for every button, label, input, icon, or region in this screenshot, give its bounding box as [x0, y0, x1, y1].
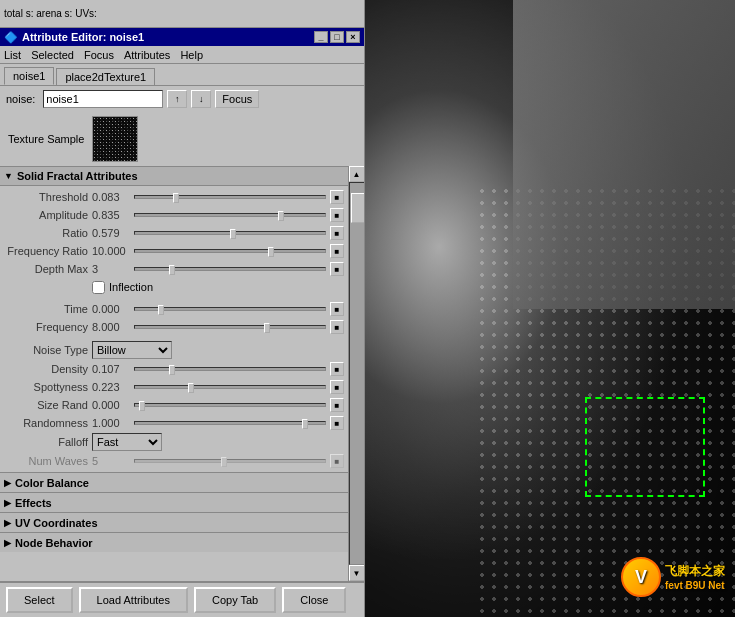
select-button[interactable]: Select	[6, 587, 73, 613]
randomness-slider[interactable]	[134, 421, 326, 425]
texture-row: Texture Sample	[0, 112, 364, 166]
inflection-label: Inflection	[109, 281, 153, 293]
menu-focus[interactable]: Focus	[84, 49, 114, 61]
density-label: Density	[4, 363, 92, 375]
scroll-down-button[interactable]: ▼	[349, 565, 365, 581]
ratio-label: Ratio	[4, 227, 92, 239]
tab-place2d[interactable]: place2dTexture1	[56, 68, 155, 85]
noise-label: noise:	[6, 93, 35, 105]
menu-selected[interactable]: Selected	[31, 49, 74, 61]
depth-max-mini-btn[interactable]: ■	[330, 262, 344, 276]
scrollable-area: ▼ Solid Fractal Attributes Threshold 0.0…	[0, 166, 364, 581]
frequency-ratio-mini-btn[interactable]: ■	[330, 244, 344, 258]
new-icon-button[interactable]: ↓	[191, 90, 211, 108]
solid-fractal-section: ▼ Solid Fractal Attributes Threshold 0.0…	[0, 166, 348, 472]
size-rand-slider[interactable]	[134, 403, 326, 407]
frequency-label: Frequency	[4, 321, 92, 333]
randomness-mini-btn[interactable]: ■	[330, 416, 344, 430]
spottyness-label: Spottyness	[4, 381, 92, 393]
solid-fractal-arrow[interactable]: ▼	[4, 171, 13, 181]
maximize-button[interactable]: □	[330, 31, 344, 43]
frequency-ratio-slider[interactable]	[134, 249, 326, 253]
spottyness-slider[interactable]	[134, 385, 326, 389]
load-attributes-button[interactable]: Load Attributes	[79, 587, 188, 613]
top-strip: total s: arena s: UVs:	[0, 0, 364, 28]
menu-list[interactable]: List	[4, 49, 21, 61]
noise-type-select[interactable]: Billow Perlin Wave	[92, 341, 172, 359]
num-waves-mini-btn: ■	[330, 454, 344, 468]
close-button[interactable]: ×	[346, 31, 360, 43]
noise-row: noise: ↑ ↓ Focus	[0, 86, 364, 112]
depth-max-slider[interactable]	[134, 267, 326, 271]
effects-section[interactable]: ▶ Effects	[0, 492, 348, 512]
minimize-button[interactable]: _	[314, 31, 328, 43]
density-slider[interactable]	[134, 367, 326, 371]
amplitude-slider[interactable]	[134, 213, 326, 217]
copy-tab-button[interactable]: Copy Tab	[194, 587, 276, 613]
ratio-mini-btn[interactable]: ■	[330, 226, 344, 240]
scrollbar[interactable]: ▲ ▼	[348, 166, 364, 581]
watermark-line2: fevt B9U Net	[665, 580, 725, 591]
scroll-track[interactable]	[349, 182, 365, 565]
amplitude-mini-btn[interactable]: ■	[330, 208, 344, 222]
uv-coordinates-section[interactable]: ▶ UV Coordinates	[0, 512, 348, 532]
menu-bar: List Selected Focus Attributes Help	[0, 46, 364, 64]
color-balance-arrow: ▶	[4, 478, 11, 488]
node-behavior-section[interactable]: ▶ Node Behavior	[0, 532, 348, 552]
threshold-label: Threshold	[4, 191, 92, 203]
scroll-thumb[interactable]	[351, 193, 365, 223]
effects-arrow: ▶	[4, 498, 11, 508]
load-icon-button[interactable]: ↑	[167, 90, 187, 108]
frequency-ratio-row: Frequency Ratio 10.000 ■	[0, 242, 348, 260]
falloff-select[interactable]: Fast Linear Smooth	[92, 433, 162, 451]
size-rand-value: 0.000	[92, 399, 132, 411]
depth-max-row: Depth Max 3 ■	[0, 260, 348, 278]
frequency-ratio-label: Frequency Ratio	[4, 245, 92, 257]
randomness-value: 1.000	[92, 417, 132, 429]
depth-max-value: 3	[92, 263, 132, 275]
depth-max-label: Depth Max	[4, 263, 92, 275]
noise-input[interactable]	[43, 90, 163, 108]
uv-label: UV Coordinates	[15, 517, 98, 529]
uvs-label: UVs:	[75, 8, 97, 19]
ratio-row: Ratio 0.579 ■	[0, 224, 348, 242]
frequency-mini-btn[interactable]: ■	[330, 320, 344, 334]
time-label: Time	[4, 303, 92, 315]
arena-s-label: arena s:	[36, 8, 72, 19]
scroll-up-button[interactable]: ▲	[349, 166, 365, 182]
menu-attributes[interactable]: Attributes	[124, 49, 170, 61]
tab-noise1[interactable]: noise1	[4, 67, 54, 85]
amplitude-value: 0.835	[92, 209, 132, 221]
title-bar-text: Attribute Editor: noise1	[22, 31, 314, 43]
inflection-checkbox[interactable]	[92, 281, 105, 294]
watermark: V 飞脚本之家 fevt B9U Net	[621, 557, 725, 597]
right-panel: V 飞脚本之家 fevt B9U Net	[365, 0, 735, 617]
texture-thumbnail	[92, 116, 138, 162]
density-mini-btn[interactable]: ■	[330, 362, 344, 376]
watermark-line1: 飞脚本之家	[665, 563, 725, 580]
watermark-logo: V 飞脚本之家 fevt B9U Net	[621, 557, 725, 597]
noise-type-row: Noise Type Billow Perlin Wave	[0, 340, 348, 360]
amplitude-row: Amplitude 0.835 ■	[0, 206, 348, 224]
num-waves-value: 5	[92, 455, 132, 467]
noise-type-label: Noise Type	[4, 344, 92, 356]
threshold-slider[interactable]	[134, 195, 326, 199]
spottyness-mini-btn[interactable]: ■	[330, 380, 344, 394]
frequency-row: Frequency 8.000 ■	[0, 318, 348, 336]
spottyness-value: 0.223	[92, 381, 132, 393]
falloff-label: Falloff	[4, 436, 92, 448]
num-waves-slider	[134, 459, 326, 463]
frequency-slider[interactable]	[134, 325, 326, 329]
time-value: 0.000	[92, 303, 132, 315]
size-rand-mini-btn[interactable]: ■	[330, 398, 344, 412]
time-slider[interactable]	[134, 307, 326, 311]
menu-help[interactable]: Help	[180, 49, 203, 61]
ratio-slider[interactable]	[134, 231, 326, 235]
solid-fractal-header[interactable]: ▼ Solid Fractal Attributes	[0, 166, 348, 186]
color-balance-section[interactable]: ▶ Color Balance	[0, 472, 348, 492]
focus-button[interactable]: Focus	[215, 90, 259, 108]
time-mini-btn[interactable]: ■	[330, 302, 344, 316]
frequency-value: 8.000	[92, 321, 132, 333]
close-button-bottom[interactable]: Close	[282, 587, 346, 613]
threshold-mini-btn[interactable]: ■	[330, 190, 344, 204]
